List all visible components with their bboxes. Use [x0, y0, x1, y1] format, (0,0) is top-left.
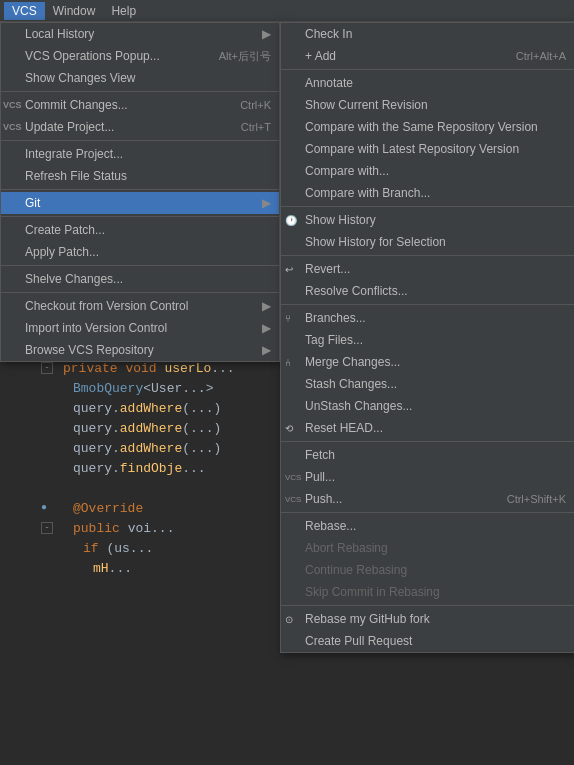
vcs-shelve[interactable]: Shelve Changes...: [1, 268, 279, 290]
override-icon: ●: [41, 502, 53, 514]
git-resolve-conflicts[interactable]: Resolve Conflicts...: [281, 280, 574, 302]
vcs-git[interactable]: Git ▶: [1, 192, 279, 214]
git-abort-rebase: Abort Rebasing: [281, 537, 574, 559]
git-push[interactable]: VCS Push... Ctrl+Shift+K: [281, 488, 574, 510]
sep2: [1, 140, 279, 141]
vcs-push-icon: VCS: [285, 495, 301, 504]
gsep7: [281, 605, 574, 606]
git-reset-head[interactable]: ⟲ Reset HEAD...: [281, 417, 574, 439]
vcs-create-patch[interactable]: Create Patch...: [1, 219, 279, 241]
menu-window[interactable]: Window: [45, 2, 104, 20]
sep1: [1, 91, 279, 92]
vcs-integrate[interactable]: Integrate Project...: [1, 143, 279, 165]
gsep5: [281, 441, 574, 442]
git-continue-rebase: Continue Rebasing: [281, 559, 574, 581]
git-show-current-revision[interactable]: Show Current Revision: [281, 94, 574, 116]
git-compare-latest-repo[interactable]: Compare with Latest Repository Version: [281, 138, 574, 160]
git-unstash[interactable]: UnStash Changes...: [281, 395, 574, 417]
sep5: [1, 265, 279, 266]
git-stash[interactable]: Stash Changes...: [281, 373, 574, 395]
vcs-browse[interactable]: Browse VCS Repository ▶: [1, 339, 279, 361]
git-add[interactable]: + Add Ctrl+Alt+A: [281, 45, 574, 67]
menu-bar: VCS Window Help: [0, 0, 574, 22]
git-rebase[interactable]: Rebase...: [281, 515, 574, 537]
gsep3: [281, 255, 574, 256]
git-check-in[interactable]: Check In: [281, 23, 574, 45]
git-rebase-github[interactable]: ⊙ Rebase my GitHub fork: [281, 608, 574, 630]
menu-vcs[interactable]: VCS: [4, 2, 45, 20]
menu-help[interactable]: Help: [103, 2, 144, 20]
git-compare-same-repo[interactable]: Compare with the Same Repository Version: [281, 116, 574, 138]
merge-icon: ⑃: [285, 357, 291, 368]
branch-icon: ⑂: [285, 313, 291, 324]
vcs-commit[interactable]: VCS Commit Changes... Ctrl+K: [1, 94, 279, 116]
git-compare-with[interactable]: Compare with...: [281, 160, 574, 182]
vcs-refresh[interactable]: Refresh File Status: [1, 165, 279, 187]
git-branches[interactable]: ⑂ Branches...: [281, 307, 574, 329]
vcs-operations-popup[interactable]: VCS Operations Popup... Alt+后引号: [1, 45, 279, 67]
gsep2: [281, 206, 574, 207]
git-tag-files[interactable]: Tag Files...: [281, 329, 574, 351]
sep4: [1, 216, 279, 217]
git-revert[interactable]: ↩ Revert...: [281, 258, 574, 280]
git-create-pull-request[interactable]: Create Pull Request: [281, 630, 574, 652]
revert-icon: ↩: [285, 264, 293, 275]
git-show-history[interactable]: 🕐 Show History: [281, 209, 574, 231]
sep3: [1, 189, 279, 190]
git-pull[interactable]: VCS Pull...: [281, 466, 574, 488]
reset-icon: ⟲: [285, 423, 293, 434]
git-fetch[interactable]: Fetch: [281, 444, 574, 466]
vcs-update[interactable]: VCS Update Project... Ctrl+T: [1, 116, 279, 138]
vcs-pull-icon: VCS: [285, 473, 301, 482]
vcs-dropdown: Local History ▶ VCS Operations Popup... …: [0, 22, 280, 362]
git-show-history-selection[interactable]: Show History for Selection: [281, 231, 574, 253]
vcs-import[interactable]: Import into Version Control ▶: [1, 317, 279, 339]
gsep6: [281, 512, 574, 513]
vcs-checkout[interactable]: Checkout from Version Control ▶: [1, 295, 279, 317]
vcs-show-changes[interactable]: Show Changes View: [1, 67, 279, 89]
git-skip-rebase: Skip Commit in Rebasing: [281, 581, 574, 603]
git-compare-branch[interactable]: Compare with Branch...: [281, 182, 574, 204]
git-submenu: Check In + Add Ctrl+Alt+A Annotate Show …: [280, 22, 574, 653]
gsep4: [281, 304, 574, 305]
vcs-local-history[interactable]: Local History ▶: [1, 23, 279, 45]
clock-icon: 🕐: [285, 215, 297, 226]
github-icon: ⊙: [285, 614, 293, 625]
vcs-apply-patch[interactable]: Apply Patch...: [1, 241, 279, 263]
git-annotate[interactable]: Annotate: [281, 72, 574, 94]
sep6: [1, 292, 279, 293]
gsep1: [281, 69, 574, 70]
git-merge-changes[interactable]: ⑃ Merge Changes...: [281, 351, 574, 373]
